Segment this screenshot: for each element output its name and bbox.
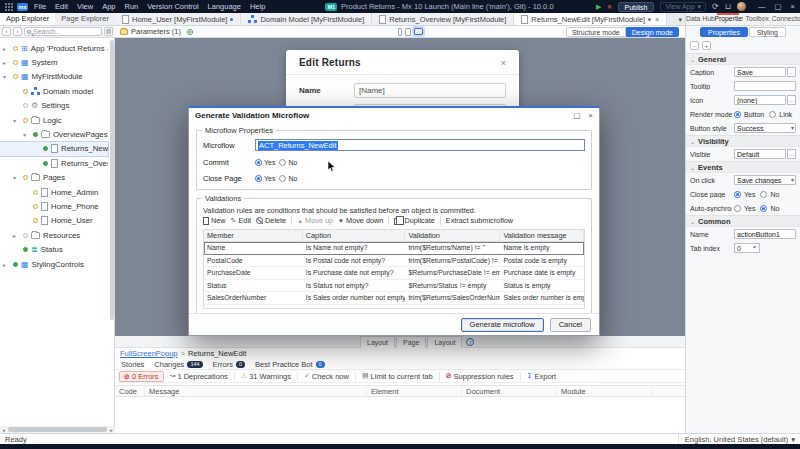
doc-tab-domain-model-myfirstmodule[interactable]: Domain Model [MyFirstModule] bbox=[241, 13, 372, 25]
expander-icon[interactable]: ▸ bbox=[3, 261, 10, 268]
validation-row-purchasedate[interactable]: PurchaseDateIs Purchase date not empty?$… bbox=[204, 267, 584, 280]
menu-help[interactable]: Help bbox=[250, 2, 265, 11]
generate-microflow-button[interactable]: Generate microflow bbox=[461, 318, 544, 332]
expander-icon[interactable]: ▸ bbox=[3, 59, 10, 66]
section-header-visibility[interactable]: ⌄Visibility bbox=[686, 135, 800, 147]
panel-tab-connector[interactable]: Connector bbox=[772, 13, 800, 25]
search-input[interactable]: Search... bbox=[24, 27, 102, 36]
dock-tool-1-deprecations[interactable]: ↝1 Deprecations bbox=[170, 372, 235, 381]
phone-view-icon[interactable] bbox=[398, 28, 402, 36]
dialog-title-bar[interactable]: Generate Validation Microflow ▢ × bbox=[189, 108, 599, 122]
toolbar-duplicate-button[interactable]: Duplicate bbox=[394, 216, 434, 225]
parameters-button[interactable]: Parameters (1) bbox=[120, 27, 181, 36]
column-header-module[interactable]: Module bbox=[557, 386, 652, 396]
tree-item-myfirstmodule[interactable]: ▾▦MyFirstModule bbox=[0, 70, 108, 84]
tree-item-returns-newedit[interactable]: Returns_NewEdit bbox=[0, 142, 108, 156]
toolbar-new-button[interactable]: New bbox=[203, 216, 226, 225]
button-style-select[interactable]: Success bbox=[734, 123, 796, 133]
menu-app[interactable]: App bbox=[102, 2, 115, 11]
tree-item-overviewpages[interactable]: ▾OverviewPages bbox=[0, 127, 108, 141]
column-header-member[interactable]: Member bbox=[204, 230, 303, 241]
tab-index-spinner[interactable]: 0 bbox=[734, 243, 760, 253]
dock-tab-changes[interactable]: Changes144 bbox=[154, 360, 202, 369]
expander-icon[interactable]: ▾ bbox=[3, 73, 10, 80]
explorer-tab-app-explorer[interactable]: App Explorer bbox=[0, 13, 55, 25]
menu-run[interactable]: Run bbox=[125, 2, 139, 11]
close-page-no-radio[interactable] bbox=[279, 175, 286, 182]
tree-horizontal-scrollbar[interactable]: ◂ ▸ bbox=[0, 426, 115, 433]
name-field-input[interactable]: [Name] bbox=[354, 83, 506, 98]
close-page-yes-radio[interactable] bbox=[255, 175, 262, 182]
popup-close-icon[interactable]: × bbox=[501, 58, 506, 68]
tree-item-home-admin[interactable]: Home_Admin bbox=[0, 185, 108, 199]
render-mode-button-radio[interactable] bbox=[734, 111, 741, 118]
user-avatar[interactable] bbox=[737, 2, 746, 11]
scroll-left-arrow[interactable]: ◂ bbox=[0, 427, 7, 433]
close-button[interactable]: × bbox=[791, 2, 795, 11]
scrollbar-thumb[interactable] bbox=[8, 427, 107, 432]
dock-tab-best-practice-bot[interactable]: Best Practice Bot0 bbox=[255, 360, 325, 369]
tree-item-stylingcontrols[interactable]: ▸▦StylingControls bbox=[0, 257, 108, 271]
collapse-all-icon[interactable]: − bbox=[690, 41, 699, 50]
dock-tool-export[interactable]: ↧Export bbox=[527, 372, 563, 381]
element-tab-page[interactable]: Page bbox=[396, 336, 426, 348]
menu-version-control[interactable]: Version Control bbox=[147, 2, 198, 11]
dock-tool-31-warnings[interactable]: ⚠31 Warnings bbox=[241, 372, 298, 381]
menu-language[interactable]: Language bbox=[208, 2, 241, 11]
column-header-document[interactable]: Document bbox=[462, 386, 557, 396]
tree-item-settings[interactable]: ⚙Settings bbox=[0, 99, 108, 113]
render-mode-link-radio[interactable] bbox=[769, 111, 776, 118]
menu-file[interactable]: File bbox=[34, 2, 46, 11]
view-app-button[interactable]: View App▾ bbox=[660, 2, 706, 12]
structure-mode-button[interactable]: Structure mode bbox=[566, 27, 626, 37]
cancel-button[interactable]: Cancel bbox=[550, 318, 591, 332]
commit-yes-radio[interactable] bbox=[255, 159, 262, 166]
section-header-common[interactable]: ⌄Common bbox=[686, 215, 800, 227]
tablet-view-icon[interactable] bbox=[405, 28, 411, 36]
marketplace-cart-icon[interactable]: ⊔ bbox=[725, 2, 731, 12]
toolbar-edit-button[interactable]: ✎Edit bbox=[231, 216, 251, 225]
expander-icon[interactable]: ▸ bbox=[3, 45, 10, 52]
close-page-yes-radio[interactable] bbox=[734, 191, 741, 198]
auto-synchronize-no-radio[interactable] bbox=[760, 205, 767, 212]
tree-item-returns-overview[interactable]: Returns_Overview bbox=[0, 156, 108, 170]
tree-item-logic[interactable]: ▾Logic bbox=[0, 113, 108, 127]
doc-tab-returns-newedit-myfirstmodule[interactable]: Returns_NewEdit [MyFirstModule]× bbox=[514, 13, 667, 25]
tree-vertical-scrollbar[interactable] bbox=[110, 40, 114, 320]
menu-edit[interactable]: Edit bbox=[55, 2, 68, 11]
toolbar-delete-button[interactable]: Delete bbox=[256, 216, 286, 225]
publish-button[interactable]: Publish bbox=[618, 2, 655, 12]
dock-tool-0-errors[interactable]: ⊘0 Errors bbox=[119, 371, 164, 382]
tab-overflow-icon[interactable]: ▾ bbox=[678, 16, 682, 24]
on-click-select[interactable]: Save changes bbox=[734, 175, 796, 185]
column-header-validation-message[interactable]: Validation message bbox=[500, 230, 584, 241]
desktop-view-icon[interactable] bbox=[414, 28, 423, 35]
validation-row-salesordernumber[interactable]: SalesOrderNumberIs Sales order number no… bbox=[204, 292, 584, 305]
doc-tab-home-user-myfirstmodule[interactable]: Home_User [MyFirstModule] bbox=[115, 13, 241, 25]
tree-item-pages[interactable]: ▾Pages bbox=[0, 171, 108, 185]
validation-row-myfirstmodule-returns-complaints[interactable]: MyFirstModule.Returns_ComplaintsIs Compl… bbox=[204, 305, 584, 309]
stop-button[interactable]: ■ bbox=[607, 2, 611, 11]
commit-no-radio[interactable] bbox=[279, 159, 286, 166]
auto-synchronize-yes-radio[interactable] bbox=[734, 205, 741, 212]
dock-tab-errors[interactable]: Errors0 bbox=[213, 360, 245, 369]
filter-button[interactable]: ▥ bbox=[104, 27, 113, 36]
breadcrumb-link[interactable]: FullScreenPopup bbox=[120, 349, 178, 358]
expander-icon[interactable]: ▾ bbox=[23, 131, 30, 138]
column-header-caption[interactable]: Caption bbox=[303, 230, 406, 241]
ellipsis-button[interactable]: … bbox=[787, 67, 796, 77]
column-header-element[interactable]: Element bbox=[367, 386, 462, 396]
tree-item-app-product-returns-mx-10-launch[interactable]: ▸⊞App 'Product Returns - Mx 10 Launch' bbox=[0, 41, 108, 55]
maximize-button[interactable]: ▢ bbox=[775, 2, 782, 11]
visible-input[interactable]: Default bbox=[734, 149, 786, 159]
column-header-message[interactable]: Message bbox=[145, 386, 367, 396]
run-button[interactable]: ▶ bbox=[596, 2, 601, 11]
column-header-code[interactable]: Code bbox=[115, 386, 145, 396]
subtab-properties[interactable]: Properties bbox=[700, 27, 748, 37]
app-launcher-icon[interactable] bbox=[5, 3, 13, 11]
minimize-button[interactable]: — bbox=[758, 2, 766, 11]
tooltip-input[interactable] bbox=[734, 81, 796, 91]
microflow-name-input[interactable]: ACT_Returns_NewEdit bbox=[255, 139, 585, 151]
toolbar-move-down-button[interactable]: ▼Move down bbox=[338, 216, 383, 225]
close-page-no-radio[interactable] bbox=[760, 191, 767, 198]
